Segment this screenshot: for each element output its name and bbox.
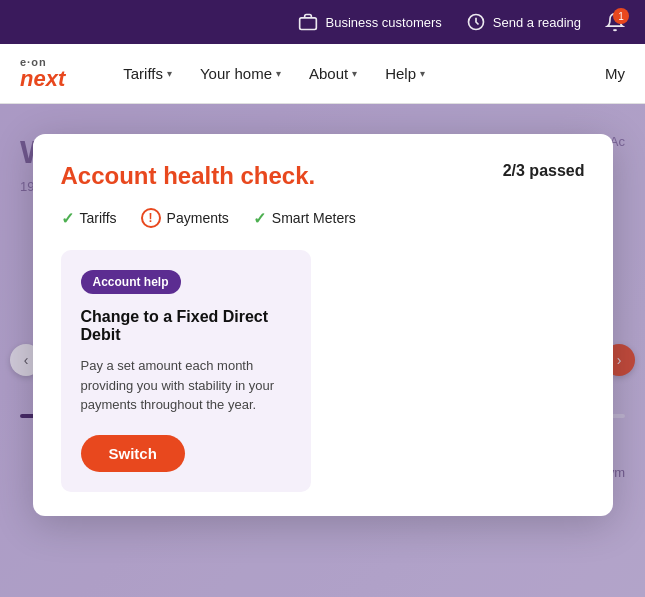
card-description: Pay a set amount each month providing yo…	[81, 356, 291, 415]
smart-meters-check-label: Smart Meters	[272, 210, 356, 226]
switch-button[interactable]: Switch	[81, 435, 185, 472]
health-check-modal: Account health check. 2/3 passed ✓ Tarif…	[33, 134, 613, 516]
nav-my[interactable]: My	[605, 65, 625, 82]
card-title: Change to a Fixed Direct Debit	[81, 308, 291, 344]
help-chevron-icon: ▾	[420, 68, 425, 79]
logo: e·on next	[20, 57, 65, 90]
your-home-label: Your home	[200, 65, 272, 82]
check-tariffs: ✓ Tariffs	[61, 209, 117, 228]
modal-score: 2/3 passed	[503, 162, 585, 180]
notification-count: 1	[613, 8, 629, 24]
payments-check-label: Payments	[167, 210, 229, 226]
card-tag: Account help	[81, 270, 181, 294]
nav-help[interactable]: Help ▾	[385, 65, 425, 82]
business-customers-label: Business customers	[325, 15, 441, 30]
svg-rect-0	[300, 18, 317, 30]
your-home-chevron-icon: ▾	[276, 68, 281, 79]
nav-your-home[interactable]: Your home ▾	[200, 65, 281, 82]
health-card: Account help Change to a Fixed Direct De…	[61, 250, 311, 492]
about-chevron-icon: ▾	[352, 68, 357, 79]
modal-header: Account health check. 2/3 passed	[61, 162, 585, 190]
send-reading-link[interactable]: Send a reading	[466, 12, 581, 32]
modal-overlay: Account health check. 2/3 passed ✓ Tarif…	[0, 104, 645, 597]
payments-warn-icon: !	[141, 208, 161, 228]
check-payments: ! Payments	[141, 208, 229, 228]
notifications-icon[interactable]: 1	[605, 12, 625, 32]
business-customers-link[interactable]: Business customers	[298, 12, 441, 32]
tariffs-check-icon: ✓	[61, 209, 74, 228]
help-label: Help	[385, 65, 416, 82]
nav-bar: e·on next Tariffs ▾ Your home ▾ About ▾ …	[0, 44, 645, 104]
meter-icon	[466, 12, 486, 32]
modal-checks: ✓ Tariffs ! Payments ✓ Smart Meters	[61, 208, 585, 228]
tariffs-chevron-icon: ▾	[167, 68, 172, 79]
check-smart-meters: ✓ Smart Meters	[253, 209, 356, 228]
tariffs-check-label: Tariffs	[80, 210, 117, 226]
smart-meters-check-icon: ✓	[253, 209, 266, 228]
my-label: My	[605, 65, 625, 82]
modal-title: Account health check.	[61, 162, 316, 190]
briefcase-icon	[298, 12, 318, 32]
tariffs-label: Tariffs	[123, 65, 163, 82]
about-label: About	[309, 65, 348, 82]
nav-tariffs[interactable]: Tariffs ▾	[123, 65, 172, 82]
logo-next: next	[20, 68, 65, 90]
send-reading-label: Send a reading	[493, 15, 581, 30]
nav-about[interactable]: About ▾	[309, 65, 357, 82]
top-bar: Business customers Send a reading 1	[0, 0, 645, 44]
